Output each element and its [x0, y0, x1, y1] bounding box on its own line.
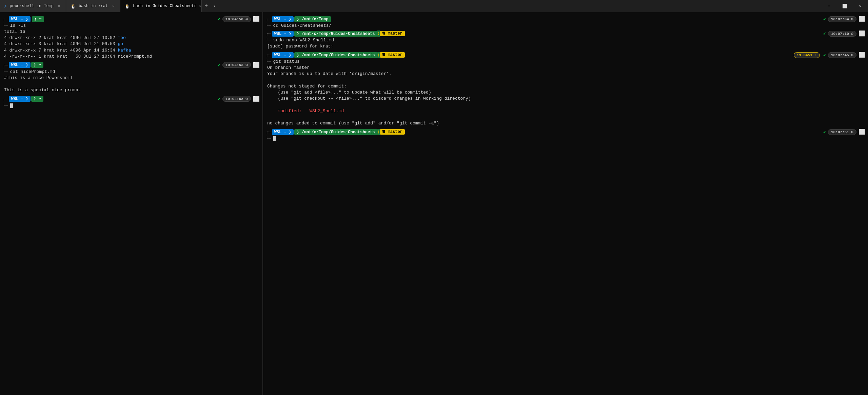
terminal-icon-2: ⬜ — [253, 62, 260, 68]
r-prompt-line-3: ╭─ WSL – ❯ ❯ /mnt/c/Temp/Guides-Cheatshe… — [266, 52, 865, 58]
r-prompt-right-4: ✔ 10:07:51 ⊙ ⬜ — [823, 129, 865, 135]
path-badge-2: ❯ ~ — [31, 62, 43, 68]
bash-guides-icon: 🐧 — [124, 3, 130, 9]
minimize-button[interactable]: — — [821, 0, 837, 12]
r-duration-badge-3: 13.045s ⚡ — [794, 52, 820, 58]
titlebar: ⚡ powershell in Temp ✕ 🐧 bash in krat ✕ … — [0, 0, 868, 12]
r-prompt-right-2: ✔ 10:07:10 ⊙ ⬜ — [823, 30, 865, 37]
r-output-2: [sudo] password for krat: — [266, 43, 865, 50]
r-prompt-corner-4: ╭─ — [266, 129, 271, 135]
r-prompt-right-3: 13.045s ⚡ ✔ 10:07:45 ⊙ ⬜ — [794, 52, 865, 58]
tab-close-bash-guides[interactable]: ✕ — [199, 3, 201, 9]
cmd-corner-2: └─ — [3, 69, 8, 74]
r-prompt-line-2: ╭─ WSL – ❯ ❯ /mnt/c/Temp/Guides-Cheatshe… — [266, 30, 865, 37]
left-block-1: ╭─ WSL – ❯ ❯ ~ ✔ 10:04:50 ⊙ ⬜ └─ ls -ls … — [3, 16, 260, 60]
prompt-line-2: ╭─ WSL – ❯ ❯ ~ ✔ 10:04:53 ⊙ ⬜ — [3, 62, 260, 68]
r-terminal-icon-2: ⬜ — [859, 30, 865, 37]
right-block-2: ╭─ WSL – ❯ ❯ /mnt/c/Temp/Guides-Cheatshe… — [266, 30, 865, 50]
tab-bash-krat[interactable]: 🐧 bash in krat ✕ — [66, 0, 120, 12]
r-wsl-badge-3: WSL – ❯ — [272, 52, 294, 58]
r-cmd-text-1: cd Guides-Cheatsheets/ — [273, 23, 332, 28]
bash-krat-icon: 🐧 — [70, 3, 76, 9]
r-cmd-corner-3: └─ — [266, 59, 271, 64]
cmd-corner-3: └─ — [3, 103, 8, 108]
path-badge-1: ❯ ~ — [32, 16, 44, 22]
wsl-badge-2: WSL – ❯ — [9, 62, 31, 68]
cursor-3 — [10, 103, 13, 108]
prompt-right-3: ✔ 10:04:58 ⊙ ⬜ — [218, 96, 260, 102]
r-time-badge-4: 10:07:51 ⊙ — [828, 129, 856, 135]
prompt-right-1: ✔ 10:04:50 ⊙ ⬜ — [218, 16, 260, 22]
r-cmd-line-1: └─ cd Guides-Cheatsheets/ — [266, 23, 865, 28]
prompt-corner-3: ╭─ — [3, 96, 8, 102]
tab-dropdown[interactable]: ▾ — [211, 0, 218, 12]
tab-close-bash-krat[interactable]: ✕ — [111, 3, 116, 9]
cmd-text-2: cat nicePrompt.md — [10, 69, 55, 74]
right-block-4: ╭─ WSL – ❯ ❯ /mnt/c/Temp/Guides-Cheatshe… — [266, 129, 865, 141]
r-wsl-badge-2: WSL – ❯ — [272, 31, 294, 37]
r-prompt-corner-2: ╭─ — [266, 31, 271, 36]
r-terminal-icon-4: ⬜ — [859, 129, 865, 135]
right-block-1: ╭─ WSL – ❯ ❯ /mnt/c/Temp ✔ 10:07:04 ⊙ ⬜ … — [266, 16, 865, 28]
window-controls: — ⬜ ✕ — [821, 0, 868, 12]
r-checkmark-4: ✔ — [823, 129, 826, 135]
tab-label-bash-krat: bash in krat — [79, 4, 108, 8]
cmd-line-2: └─ cat nicePrompt.md — [3, 69, 260, 74]
r-cmd-corner-4: └─ — [266, 136, 271, 141]
cmd-line-1: └─ ls -ls — [3, 23, 260, 28]
maximize-button[interactable]: ⬜ — [837, 0, 852, 12]
r-path-badge-1: ❯ /mnt/c/Temp — [294, 16, 331, 22]
r-cmd-line-3: └─ git status — [266, 59, 865, 64]
r-checkmark-1: ✔ — [823, 16, 826, 22]
r-cmd-text-2: sudo nano WSL2_Shell.md — [273, 38, 334, 43]
r-checkmark-3: ✔ — [823, 52, 826, 58]
r-git-arrow-2: ❯ — [377, 31, 380, 37]
wsl-badge-1: WSL – ❯ — [9, 16, 31, 22]
r-cmd-text-4 — [273, 136, 276, 141]
path-badge-3: ❯ ~ — [31, 96, 43, 102]
r-cursor-4 — [273, 136, 276, 141]
left-block-3: ╭─ WSL – ❯ ❯ ~ ✔ 10:04:58 ⊙ ⬜ └─ — [3, 96, 260, 108]
left-pane: ╭─ WSL – ❯ ❯ ~ ✔ 10:04:50 ⊙ ⬜ └─ ls -ls … — [0, 12, 263, 395]
tab-label-bash-guides: bash in Guides-Cheatsheets — [133, 4, 196, 8]
prompt-corner-1: ╭─ — [3, 16, 8, 22]
cmd-text-3 — [10, 103, 13, 108]
cmd-text-1: ls -ls — [10, 23, 26, 28]
checkmark-1: ✔ — [218, 16, 220, 22]
r-cmd-line-2: └─ sudo nano WSL2_Shell.md — [266, 38, 865, 43]
r-cmd-corner-1: └─ — [266, 23, 271, 28]
tab-bar: ⚡ powershell in Temp ✕ 🐧 bash in krat ✕ … — [0, 0, 821, 12]
close-button[interactable]: ✕ — [852, 0, 868, 12]
r-wsl-badge-4: WSL – ❯ — [272, 129, 294, 135]
checkmark-3: ✔ — [218, 96, 220, 102]
r-cmd-corner-2: └─ — [266, 38, 271, 43]
tab-powershell[interactable]: ⚡ powershell in Temp ✕ — [0, 0, 66, 12]
cmd-corner-1: └─ — [3, 23, 8, 28]
r-git-arrow-4: ❯ — [377, 129, 380, 135]
r-git-arrow-3: ❯ — [377, 52, 380, 58]
r-path-badge-4: ❯ /mnt/c/Temp/Guides-Cheatsheets — [294, 129, 377, 135]
time-badge-2: 10:04:53 ⊙ — [222, 62, 251, 68]
right-block-3: ╭─ WSL – ❯ ❯ /mnt/c/Temp/Guides-Cheatshe… — [266, 52, 865, 126]
r-prompt-corner-1: ╭─ — [266, 16, 271, 22]
time-badge-3: 10:04:58 ⊙ — [222, 96, 251, 102]
tab-bash-guides[interactable]: 🐧 bash in Guides-Cheatsheets ✕ — [120, 0, 202, 12]
time-badge-1: 10:04:50 ⊙ — [222, 16, 251, 22]
prompt-line-1: ╭─ WSL – ❯ ❯ ~ ✔ 10:04:50 ⊙ ⬜ — [3, 16, 260, 22]
prompt-corner-2: ╭─ — [3, 62, 8, 68]
cmd-line-3: └─ — [3, 103, 260, 108]
new-tab-button[interactable]: + — [202, 0, 211, 12]
main-content: ╭─ WSL – ❯ ❯ ~ ✔ 10:04:50 ⊙ ⬜ └─ ls -ls … — [0, 12, 868, 395]
r-git-badge-2: 𝕬 master — [380, 31, 405, 36]
tab-close-powershell[interactable]: ✕ — [56, 3, 62, 9]
r-cmd-line-4: └─ — [266, 136, 865, 141]
r-time-badge-2: 10:07:10 ⊙ — [828, 31, 856, 37]
r-time-badge-3: 10:07:45 ⊙ — [828, 52, 856, 58]
r-prompt-line-4: ╭─ WSL – ❯ ❯ /mnt/c/Temp/Guides-Cheatshe… — [266, 129, 865, 135]
r-wsl-badge-1: WSL – ❯ — [272, 16, 294, 22]
right-pane: ╭─ WSL – ❯ ❯ /mnt/c/Temp ✔ 10:07:04 ⊙ ⬜ … — [263, 12, 868, 395]
r-output-3: On branch master Your branch is up to da… — [266, 65, 865, 126]
output-1: total 16 4 drwxr-xr-x 2 krat krat 4096 J… — [3, 29, 260, 60]
r-cmd-text-3: git status — [273, 59, 300, 64]
r-terminal-icon-1: ⬜ — [859, 16, 865, 22]
